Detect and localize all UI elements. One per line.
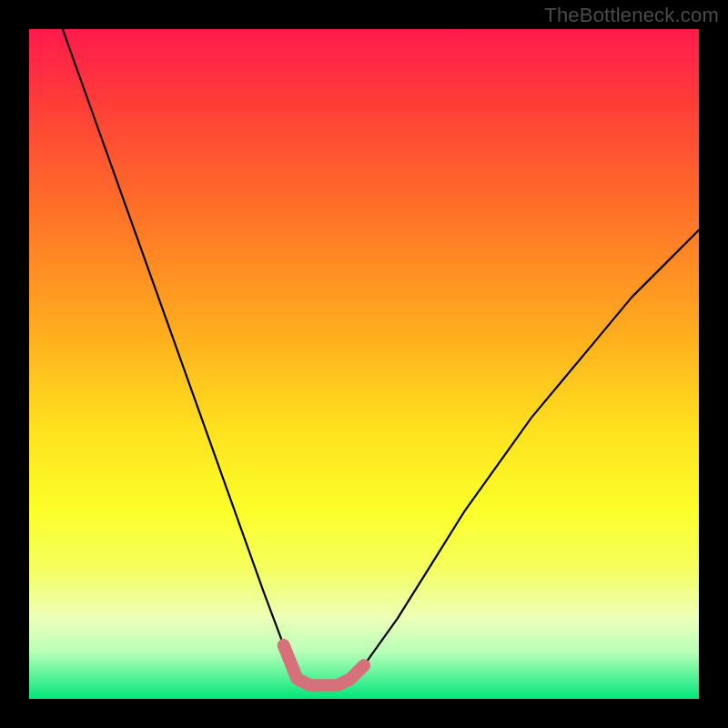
watermark-text: TheBottleneck.com	[544, 4, 719, 27]
bottleneck-curve-path	[63, 29, 699, 685]
plot-area	[29, 29, 699, 699]
chart-frame: TheBottleneck.com	[0, 0, 728, 728]
minimum-band-path	[284, 645, 364, 685]
curve-layer	[29, 29, 699, 699]
